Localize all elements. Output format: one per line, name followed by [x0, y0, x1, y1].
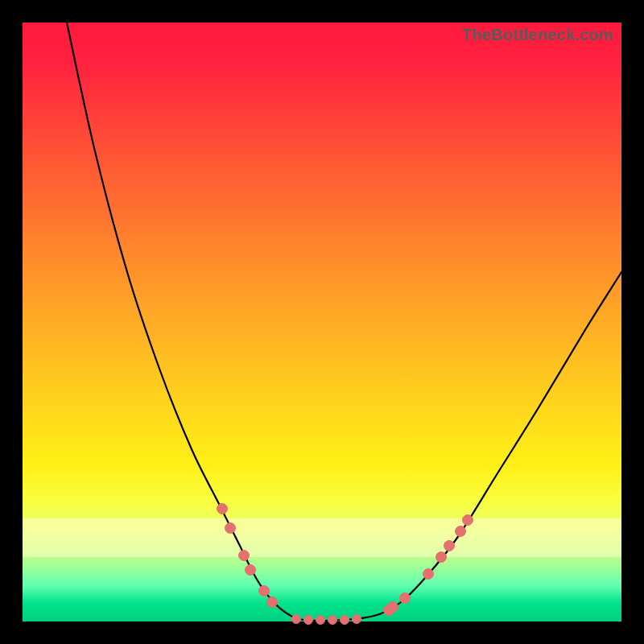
curve-marker	[388, 602, 398, 613]
curve-marker	[246, 565, 256, 576]
curve-svg	[23, 23, 621, 621]
chart-frame: TheBottleneck.com	[0, 0, 644, 644]
curve-marker	[267, 597, 278, 608]
curve-marker	[456, 526, 466, 537]
curve-marker	[316, 616, 325, 625]
curve-marker	[436, 552, 447, 563]
curve-marker	[463, 515, 473, 526]
curve-marker	[304, 616, 313, 625]
marker-cluster-right	[384, 515, 473, 616]
curve-marker	[239, 551, 250, 561]
curve-marker	[259, 586, 270, 597]
bottleneck-curve-path	[67, 23, 621, 621]
curve-marker	[444, 541, 455, 551]
curve-marker	[225, 523, 236, 534]
curve-marker	[353, 615, 361, 624]
curve-marker	[341, 616, 349, 625]
curve-marker	[292, 615, 301, 624]
curve-marker	[217, 504, 228, 514]
curve-marker	[423, 569, 434, 580]
curve-marker	[328, 616, 337, 625]
curve-marker	[400, 593, 411, 604]
plot-area: TheBottleneck.com	[23, 23, 621, 621]
